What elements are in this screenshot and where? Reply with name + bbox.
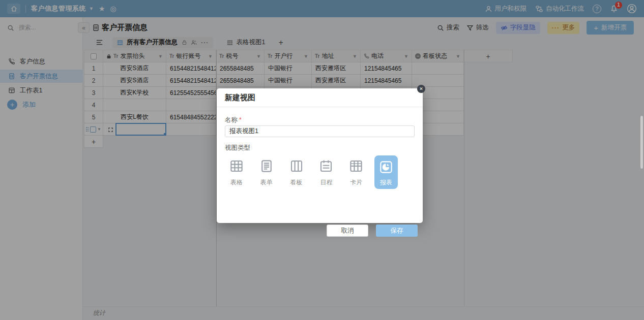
card-view-icon <box>348 158 364 174</box>
save-button[interactable]: 保存 <box>376 225 418 237</box>
name-field-label: 名称* <box>225 116 242 124</box>
view-type-label: 看板 <box>290 178 303 187</box>
required-mark: * <box>239 116 242 123</box>
view-name-input[interactable] <box>225 125 415 137</box>
view-type-label: 报表 <box>380 178 392 187</box>
cancel-button[interactable]: 取消 <box>327 225 368 237</box>
view-type-options: 表格 表单 看板 日程 卡片 报表 <box>225 155 398 192</box>
view-type-日程[interactable]: 日程 <box>314 155 338 192</box>
view-type-label: 卡片 <box>350 178 362 187</box>
view-type-看板[interactable]: 看板 <box>285 155 308 192</box>
vertical-scrollbar[interactable] <box>640 116 643 169</box>
report-view-icon <box>378 159 394 175</box>
close-icon[interactable]: ✕ <box>417 85 425 93</box>
grid-view-icon <box>229 158 244 174</box>
form-view-icon <box>259 158 274 174</box>
calendar-view-icon <box>318 158 334 174</box>
view-type-label: 日程 <box>320 178 332 187</box>
modal-title: 新建视图 <box>217 88 423 107</box>
view-type-报表[interactable]: 报表 <box>374 155 398 189</box>
view-type-卡片[interactable]: 卡片 <box>344 155 368 192</box>
kanban-view-icon <box>289 158 304 174</box>
view-type-表单[interactable]: 表单 <box>255 155 278 192</box>
view-type-label: 视图类型 <box>225 144 250 152</box>
view-type-label: 表单 <box>260 178 273 187</box>
view-type-label: 表格 <box>230 178 243 187</box>
new-view-modal: ✕ 新建视图 名称* 视图类型 表格 表单 看板 日程 卡片 报表 取消 保存 <box>217 88 423 223</box>
view-type-表格[interactable]: 表格 <box>225 155 248 192</box>
